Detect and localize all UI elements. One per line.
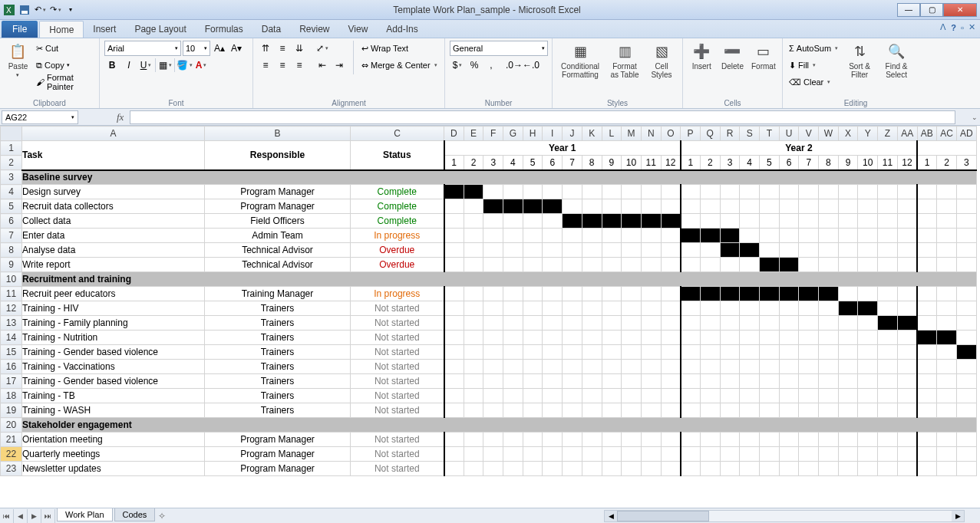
column-header[interactable]: V (799, 127, 819, 141)
autosum-button[interactable]: ΣAutoSum (787, 41, 840, 56)
gantt-cell[interactable] (819, 403, 839, 418)
gantt-cell[interactable] (464, 345, 483, 360)
gantt-cell[interactable] (543, 331, 563, 345)
gantt-cell[interactable] (838, 345, 858, 360)
row-header[interactable]: 4 (1, 185, 22, 199)
gantt-cell[interactable] (464, 331, 483, 345)
gantt-cell[interactable] (897, 185, 917, 199)
cell-responsible[interactable]: Trainers (205, 360, 351, 374)
gantt-cell[interactable] (878, 360, 898, 374)
gantt-cell[interactable] (523, 185, 543, 199)
gantt-cell[interactable] (622, 374, 642, 389)
gantt-cell[interactable] (563, 301, 582, 316)
gantt-cell[interactable] (720, 403, 740, 418)
cell-responsible[interactable]: Program Manager (205, 447, 351, 462)
cell-task[interactable]: Training - Gender based violence (22, 345, 205, 360)
gantt-cell[interactable] (838, 374, 858, 389)
gantt-cell[interactable] (681, 374, 701, 389)
gantt-cell[interactable] (838, 389, 858, 403)
file-tab[interactable]: File (2, 21, 38, 38)
gantt-cell[interactable] (602, 301, 622, 316)
gantt-cell[interactable] (602, 403, 622, 418)
cell-task[interactable]: Training - Family planning (22, 316, 205, 331)
gantt-cell[interactable] (799, 316, 819, 331)
gantt-cell[interactable] (661, 185, 681, 199)
gantt-cell[interactable] (720, 360, 740, 374)
gantt-cell[interactable] (956, 214, 976, 229)
align-bottom-button[interactable]: ⇊ (292, 41, 307, 56)
gantt-cell[interactable] (917, 433, 937, 447)
gantt-cell[interactable] (858, 258, 878, 272)
gantt-cell[interactable] (956, 331, 976, 345)
gantt-cell[interactable] (819, 433, 839, 447)
gantt-cell[interactable] (503, 360, 523, 374)
gantt-cell[interactable] (582, 345, 602, 360)
gantt-cell[interactable] (740, 243, 760, 258)
gantt-cell[interactable] (897, 462, 917, 476)
gantt-cell[interactable] (897, 345, 917, 360)
cell-responsible[interactable]: Field Officers (205, 214, 351, 229)
gantt-cell[interactable] (760, 301, 780, 316)
column-header[interactable]: E (464, 127, 483, 141)
gantt-cell[interactable] (483, 331, 503, 345)
gantt-cell[interactable] (483, 403, 503, 418)
wrap-text-button[interactable]: ↩Wrap Text (360, 41, 439, 56)
gantt-cell[interactable] (720, 287, 740, 301)
gantt-cell[interactable] (897, 214, 917, 229)
clear-button[interactable]: ⌫Clear (787, 74, 840, 90)
gantt-cell[interactable] (582, 316, 602, 331)
gantt-cell[interactable] (937, 331, 957, 345)
column-header[interactable]: U (779, 127, 799, 141)
gantt-cell[interactable] (858, 403, 878, 418)
tab-page-layout[interactable]: Page Layout (125, 21, 195, 38)
merge-center-button[interactable]: ⇔Merge & Center (360, 58, 439, 73)
gantt-cell[interactable] (503, 229, 523, 243)
gantt-cell[interactable] (523, 199, 543, 214)
gantt-cell[interactable] (720, 433, 740, 447)
gantt-cell[interactable] (582, 214, 602, 229)
gantt-cell[interactable] (779, 199, 799, 214)
gantt-cell[interactable] (740, 403, 760, 418)
gantt-cell[interactable] (917, 199, 937, 214)
gantt-cell[interactable] (799, 258, 819, 272)
gantt-cell[interactable] (878, 389, 898, 403)
gantt-cell[interactable] (700, 287, 720, 301)
row-header[interactable]: 1 (1, 141, 22, 156)
gantt-cell[interactable] (937, 214, 957, 229)
row-header[interactable]: 9 (1, 258, 22, 272)
gantt-cell[interactable] (681, 287, 701, 301)
gantt-cell[interactable] (838, 199, 858, 214)
gantt-cell[interactable] (700, 403, 720, 418)
gantt-cell[interactable] (503, 316, 523, 331)
gantt-cell[interactable] (661, 345, 681, 360)
gantt-cell[interactable] (956, 360, 976, 374)
gantt-cell[interactable] (878, 185, 898, 199)
gantt-cell[interactable] (819, 229, 839, 243)
gantt-cell[interactable] (897, 403, 917, 418)
gantt-cell[interactable] (720, 301, 740, 316)
gantt-cell[interactable] (483, 258, 503, 272)
gantt-cell[interactable] (917, 316, 937, 331)
gantt-cell[interactable] (799, 287, 819, 301)
sheet-next-icon[interactable]: ▶ (28, 509, 41, 523)
gantt-cell[interactable] (681, 316, 701, 331)
gantt-cell[interactable] (720, 389, 740, 403)
gantt-cell[interactable] (760, 287, 780, 301)
gantt-cell[interactable] (444, 403, 464, 418)
gantt-cell[interactable] (720, 214, 740, 229)
gantt-cell[interactable] (602, 229, 622, 243)
gantt-cell[interactable] (779, 403, 799, 418)
cell-task[interactable]: Write report (22, 258, 205, 272)
gantt-cell[interactable] (602, 447, 622, 462)
new-sheet-icon[interactable]: ✧ (158, 511, 166, 521)
row-header[interactable]: 6 (1, 214, 22, 229)
column-header[interactable]: R (720, 127, 740, 141)
gantt-cell[interactable] (503, 199, 523, 214)
gantt-cell[interactable] (858, 462, 878, 476)
gantt-cell[interactable] (661, 287, 681, 301)
gantt-cell[interactable] (523, 229, 543, 243)
gantt-cell[interactable] (779, 331, 799, 345)
gantt-cell[interactable] (779, 301, 799, 316)
cell-responsible[interactable]: Program Manager (205, 185, 351, 199)
increase-decimal-button[interactable]: .0→ (506, 58, 522, 73)
